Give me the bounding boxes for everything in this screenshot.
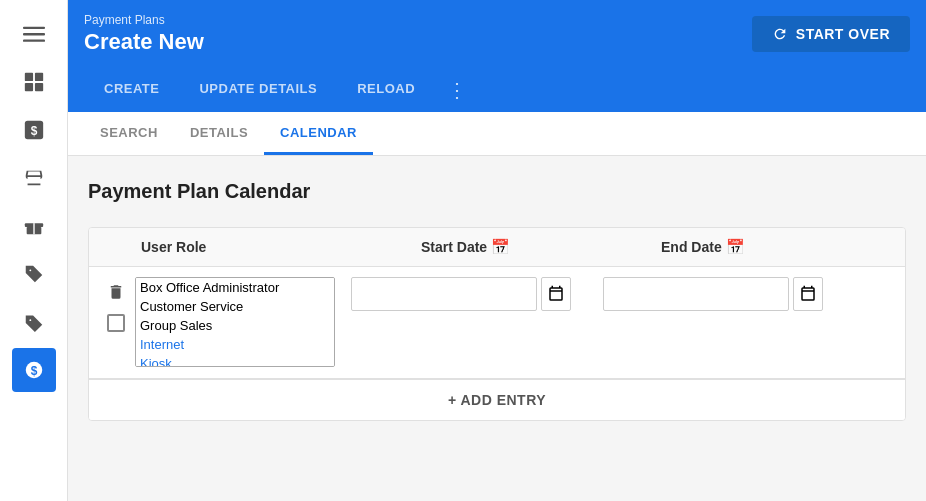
svg-rect-1: [23, 33, 45, 35]
sidebar-item-gift[interactable]: [12, 204, 56, 248]
user-role-column: Box Office Administrator Customer Servic…: [135, 277, 335, 368]
sidebar-item-tag[interactable]: [12, 252, 56, 296]
start-date-input-wrap: [351, 277, 571, 311]
row-checkbox[interactable]: [107, 314, 125, 332]
top-header: Payment Plans Create New START OVER: [68, 0, 926, 68]
svg-text:$: $: [30, 124, 37, 138]
col-header-user-role: User Role: [141, 239, 421, 255]
user-role-select[interactable]: Box Office Administrator Customer Servic…: [135, 277, 335, 367]
sidebar-item-store[interactable]: [12, 156, 56, 200]
option-internet[interactable]: Internet: [136, 335, 334, 354]
trash-icon: [107, 283, 125, 301]
tab-bar: CREATE UPDATE DETAILS RELOAD ⋮: [68, 68, 926, 112]
svg-rect-4: [34, 73, 42, 81]
start-date-input[interactable]: [351, 277, 537, 311]
table-header: User Role Start Date 📅 End Date 📅: [89, 228, 905, 267]
sidebar-item-menu[interactable]: [12, 12, 56, 56]
calendar-icon: [547, 285, 565, 303]
more-options-icon[interactable]: ⋮: [435, 70, 479, 110]
option-kiosk[interactable]: Kiosk: [136, 354, 334, 367]
option-customer-service[interactable]: Customer Service: [136, 297, 334, 316]
start-date-calendar-button[interactable]: [541, 277, 571, 311]
main-content: Payment Plans Create New START OVER CREA…: [68, 0, 926, 501]
start-over-label: START OVER: [796, 26, 890, 42]
section-title: Payment Plan Calendar: [88, 180, 906, 203]
sub-tab-details[interactable]: DETAILS: [174, 113, 264, 155]
row-actions: [105, 277, 127, 332]
start-over-button[interactable]: START OVER: [752, 16, 910, 52]
add-entry-bar[interactable]: + ADD ENTRY: [89, 379, 905, 420]
col-header-end-date: End Date 📅: [661, 238, 889, 256]
header-left: Payment Plans Create New: [84, 13, 204, 55]
content-area: Payment Plan Calendar User Role Start Da…: [68, 156, 926, 501]
sidebar-item-tag2[interactable]: [12, 300, 56, 344]
delete-row-button[interactable]: [105, 281, 127, 306]
sub-tab-bar: SEARCH DETAILS CALENDAR: [68, 112, 926, 156]
end-date-input[interactable]: [603, 277, 789, 311]
end-date-calendar-button[interactable]: [793, 277, 823, 311]
svg-rect-3: [24, 73, 32, 81]
svg-rect-5: [24, 83, 32, 91]
table-row: Box Office Administrator Customer Servic…: [89, 267, 905, 379]
end-date-input-wrap: [603, 277, 823, 311]
page-title: Create New: [84, 29, 204, 55]
sidebar: $ $: [0, 0, 68, 501]
calendar-icon-start: 📅: [491, 238, 510, 256]
calendar-icon-end: [799, 285, 817, 303]
breadcrumb: Payment Plans: [84, 13, 204, 27]
tab-create[interactable]: CREATE: [84, 69, 179, 111]
sidebar-item-dashboard[interactable]: [12, 60, 56, 104]
refresh-icon: [772, 26, 788, 42]
sub-tab-calendar[interactable]: CALENDAR: [264, 113, 373, 155]
tab-reload[interactable]: RELOAD: [337, 69, 435, 111]
sidebar-item-payment[interactable]: $: [12, 348, 56, 392]
sub-tab-search[interactable]: SEARCH: [84, 113, 174, 155]
svg-rect-0: [23, 27, 45, 29]
svg-text:$: $: [30, 364, 37, 378]
svg-rect-2: [23, 40, 45, 42]
col-header-start-date: Start Date 📅: [421, 238, 661, 256]
svg-rect-6: [34, 83, 42, 91]
calendar-icon-end: 📅: [726, 238, 745, 256]
option-box-office[interactable]: Box Office Administrator: [136, 278, 334, 297]
calendar-table: User Role Start Date 📅 End Date 📅: [88, 227, 906, 421]
option-group-sales[interactable]: Group Sales: [136, 316, 334, 335]
tab-update-details[interactable]: UPDATE DETAILS: [179, 69, 337, 111]
sidebar-item-dollar[interactable]: $: [12, 108, 56, 152]
